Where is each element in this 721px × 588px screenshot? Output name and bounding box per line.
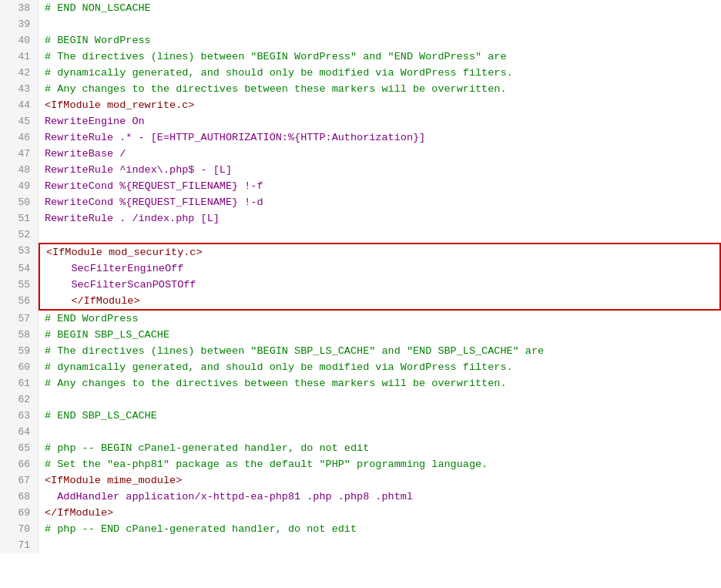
line-content: RewriteRule ^index\.php$ - [L] [39,162,721,178]
code-row: 60# dynamically generated, and should on… [0,359,721,375]
line-content: RewriteEngine On [39,113,721,129]
line-content: <IfModule mime_module> [39,472,721,489]
line-number: 45 [0,113,39,129]
line-content [39,227,721,243]
line-number: 63 [0,408,39,424]
code-row: 64 [0,424,721,440]
line-content: # END SBP_LS_CACHE [39,408,721,424]
code-row: 70# php -- END cPanel-generated handler,… [0,521,721,537]
line-number: 40 [0,32,39,49]
line-number: 71 [0,537,39,553]
line-number: 42 [0,65,39,81]
code-row: 41# The directives (lines) between "BEGI… [0,49,721,65]
code-row: 49RewriteCond %{REQUEST_FILENAME} !-f [0,178,721,194]
line-number: 53 [0,243,39,260]
code-row: 63# END SBP_LS_CACHE [0,408,721,424]
code-row: 51RewriteRule . /index.php [L] [0,210,721,227]
line-number: 62 [0,391,39,408]
line-number: 64 [0,424,39,440]
code-row: 69</IfModule> [0,505,721,521]
line-content: RewriteBase / [39,146,721,162]
code-row: 47RewriteBase / [0,146,721,162]
line-number: 39 [0,16,39,32]
line-number: 54 [0,260,39,277]
code-row: 59# The directives (lines) between "BEGI… [0,343,721,359]
line-content: </IfModule> [39,505,721,521]
line-number: 67 [0,472,39,489]
code-row: 61# Any changes to the directives betwee… [0,375,721,391]
line-number: 46 [0,129,39,146]
code-row: 46RewriteRule .* - [E=HTTP_AUTHORIZATION… [0,129,721,146]
code-row: 50RewriteCond %{REQUEST_FILENAME} !-d [0,194,721,210]
line-number: 47 [0,146,39,162]
line-number: 59 [0,343,39,359]
code-row: 57# END WordPress [0,311,721,327]
line-content: SecFilterEngineOff [40,260,719,277]
code-row: 71 [0,537,721,553]
line-number: 61 [0,375,39,391]
line-number: 55 [0,277,39,293]
line-content: RewriteRule . /index.php [L] [39,210,721,227]
code-row: 43# Any changes to the directives betwee… [0,81,721,97]
line-content: # dynamically generated, and should only… [39,65,721,81]
code-row: 42# dynamically generated, and should on… [0,65,721,81]
line-number: 70 [0,521,39,537]
code-lines: 38# END NON_LSCACHE3940# BEGIN WordPress… [0,0,721,553]
code-editor: 38# END NON_LSCACHE3940# BEGIN WordPress… [0,0,721,588]
line-number: 38 [0,0,39,16]
code-row: 39 [0,16,721,32]
line-content: # The directives (lines) between "BEGIN … [39,49,721,65]
line-number: 41 [0,49,39,65]
code-row: 68 AddHandler application/x-httpd-ea-php… [0,489,721,505]
line-content: # Set the "ea-php81" package as the defa… [39,456,721,472]
code-row-outer: 54 SecFilterEngineOff [0,260,721,277]
line-content: # The directives (lines) between "BEGIN … [39,343,721,359]
line-content [39,537,721,553]
line-content [39,391,721,408]
line-content [39,16,721,32]
line-content: RewriteCond %{REQUEST_FILENAME} !-d [39,194,721,210]
line-content: SecFilterScanPOSTOff [40,277,719,293]
line-content: RewriteCond %{REQUEST_FILENAME} !-f [39,178,721,194]
code-row: 58# BEGIN SBP_LS_CACHE [0,327,721,343]
line-number: 51 [0,210,39,227]
code-row: 44<IfModule mod_rewrite.c> [0,97,721,113]
line-content: <IfModule mod_rewrite.c> [39,97,721,113]
line-content: # php -- END cPanel-generated handler, d… [39,521,721,537]
line-number: 56 [0,293,39,311]
line-number: 43 [0,81,39,97]
line-content: <IfModule mod_security.c> [40,244,719,260]
code-row-outer: 55 SecFilterScanPOSTOff [0,277,721,293]
line-number: 50 [0,194,39,210]
line-content: AddHandler application/x-httpd-ea-php81 … [39,489,721,505]
line-number: 69 [0,505,39,521]
line-number: 52 [0,227,39,243]
code-row: 45RewriteEngine On [0,113,721,129]
line-number: 49 [0,178,39,194]
line-content: # dynamically generated, and should only… [39,359,721,375]
line-content [39,424,721,440]
code-row: 66# Set the "ea-php81" package as the de… [0,456,721,472]
line-number: 58 [0,327,39,343]
line-number: 44 [0,97,39,113]
line-number: 65 [0,440,39,456]
code-row: 38# END NON_LSCACHE [0,0,721,16]
line-number: 57 [0,311,39,327]
line-content: # END NON_LSCACHE [39,0,721,16]
code-row: 48RewriteRule ^index\.php$ - [L] [0,162,721,178]
line-content: # Any changes to the directives between … [39,375,721,391]
code-row-outer: 53<IfModule mod_security.c> [0,243,721,260]
code-row: 52 [0,227,721,243]
line-content: # END WordPress [39,311,721,327]
line-number: 68 [0,489,39,505]
code-row: 65# php -- BEGIN cPanel-generated handle… [0,440,721,456]
line-number: 60 [0,359,39,375]
line-content: # BEGIN SBP_LS_CACHE [39,327,721,343]
line-number: 48 [0,162,39,178]
code-row: 62 [0,391,721,408]
line-content: # Any changes to the directives between … [39,81,721,97]
code-row-outer: 56 </IfModule> [0,293,721,311]
line-content: # php -- BEGIN cPanel-generated handler,… [39,440,721,456]
code-row: 67<IfModule mime_module> [0,472,721,489]
line-content: </IfModule> [40,293,719,309]
